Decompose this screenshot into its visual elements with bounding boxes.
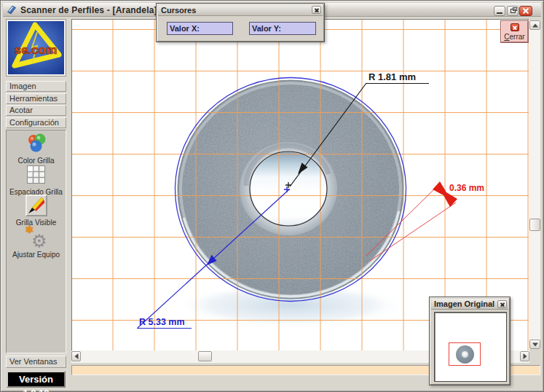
vertical-scrollbar[interactable] (529, 20, 540, 349)
minimize-icon (497, 12, 502, 14)
window-title: Scanner de Perfiles - [Arandela] (20, 5, 157, 15)
valor-y-field[interactable]: Valor Y: (249, 22, 316, 35)
cursores-panel-title: Cursores (161, 6, 196, 15)
logo: se.com (7, 20, 66, 76)
close-button[interactable] (519, 6, 532, 16)
arrow-down-icon (532, 342, 538, 346)
cursores-panel-titlebar[interactable]: Cursores (158, 5, 323, 16)
minimize-button[interactable] (494, 6, 505, 16)
svg-text:se.com: se.com (15, 43, 58, 57)
paintbrush-icon (25, 195, 47, 216)
se-com-logo-icon: se.com (8, 21, 64, 74)
close-red-icon (511, 23, 519, 31)
outer-radius-label: R 5.33 mm (139, 317, 185, 327)
inner-radius-label: R 1.81 mm (368, 71, 416, 82)
imagen-original-title: Imagen Original (434, 299, 494, 308)
sidebar: se.com Imagen Herramientas Acotar Config… (4, 19, 68, 389)
tool-grilla-visible[interactable]: Grilla Visible (7, 195, 66, 227)
valor-x-field[interactable]: Valor X: (167, 22, 233, 35)
restore-button[interactable] (507, 6, 519, 16)
tool-label: Ajustar Equipo (7, 251, 66, 259)
configuracion-tool-panel: Color Grilla Espaciado Grilla (6, 130, 66, 353)
imagen-original-close-button[interactable] (497, 300, 507, 308)
roi-rectangle (449, 342, 481, 366)
tool-color-grilla[interactable]: Color Grilla (7, 133, 66, 165)
scroll-right-button[interactable] (520, 351, 529, 361)
color-circles-icon (25, 133, 47, 153)
original-image-view (434, 312, 507, 382)
valor-y-label: Valor Y: (252, 24, 281, 33)
grid-icon (26, 165, 46, 184)
ver-ventanas-button[interactable]: Ver Ventanas (6, 356, 66, 368)
app-icon (7, 4, 17, 15)
tool-espaciado-grilla[interactable]: Espaciado Grilla (7, 165, 66, 196)
scroll-down-button[interactable] (529, 340, 540, 349)
cursores-close-button[interactable] (312, 6, 321, 14)
arrow-left-icon (74, 353, 78, 359)
version-badge: Versión 1.0.10 (7, 371, 66, 388)
cerrar-label: Cerrar (502, 33, 527, 41)
imagen-original-panel: Imagen Original (429, 297, 511, 385)
scroll-up-button[interactable] (529, 20, 540, 30)
sidebar-item-herramientas[interactable]: Herramientas (6, 93, 66, 104)
valor-x-label: Valor X: (170, 24, 200, 33)
cerrar-button[interactable]: Cerrar (501, 21, 528, 42)
app-window: Scanner de Perfiles - [Arandela] se.com … (0, 0, 544, 392)
sidebar-item-imagen[interactable]: Imagen (6, 81, 66, 92)
sidebar-item-configuracion[interactable]: Configuración (6, 117, 66, 128)
restore-icon (511, 9, 516, 13)
arrow-up-icon (532, 23, 538, 27)
horizontal-scroll-thumb[interactable] (198, 351, 212, 361)
gears-icon: ✱⚙ (24, 227, 49, 247)
arrow-right-icon (523, 353, 527, 359)
vertical-scroll-thumb[interactable] (529, 219, 540, 231)
tool-label: Color Grilla (7, 157, 66, 165)
thickness-label: 0.36 mm (449, 183, 484, 193)
scroll-left-button[interactable] (71, 351, 81, 361)
tool-ajustar-equipo[interactable]: ✱⚙ Ajustar Equipo (7, 227, 66, 259)
tool-label: Grilla Visible (7, 219, 66, 227)
sidebar-item-acotar[interactable]: Acotar (6, 105, 66, 116)
cursores-panel: Cursores Valor X: Valor Y: (156, 3, 325, 42)
